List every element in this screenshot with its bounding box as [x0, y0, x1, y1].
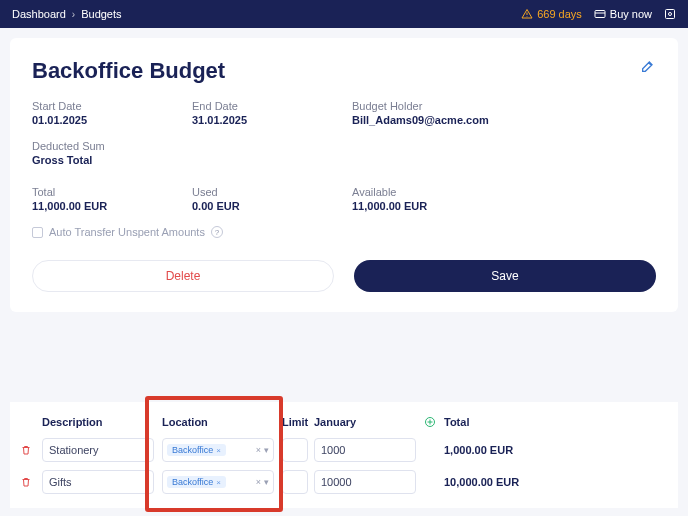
settings-icon — [664, 8, 676, 20]
col-description: Description — [42, 416, 162, 428]
auto-transfer-row: Auto Transfer Unspent Amounts ? — [32, 226, 656, 238]
breadcrumb-budgets[interactable]: Budgets — [81, 8, 121, 20]
end-date-value: 31.01.2025 — [192, 114, 352, 126]
start-date-label: Start Date — [32, 100, 192, 112]
row-total: 10,000.00 EUR — [444, 476, 668, 488]
svg-rect-0 — [595, 11, 605, 18]
clear-select-icon[interactable]: × — [256, 477, 261, 487]
total-label: Total — [32, 186, 192, 198]
start-date-value: 01.01.2025 — [32, 114, 192, 126]
delete-row-button[interactable] — [20, 476, 42, 488]
warning-icon — [521, 8, 533, 20]
location-select[interactable]: Backoffice × × ▾ — [162, 470, 274, 494]
available-value: 11,000.00 EUR — [352, 200, 656, 212]
remove-tag-icon[interactable]: × — [216, 478, 221, 487]
remove-tag-icon[interactable]: × — [216, 446, 221, 455]
trial-days: 669 days — [537, 8, 582, 20]
chevron-down-icon[interactable]: ▾ — [264, 477, 269, 487]
description-input[interactable] — [42, 470, 154, 494]
location-tag-label: Backoffice — [172, 477, 213, 487]
trial-warning[interactable]: 669 days — [521, 8, 582, 20]
chevron-right-icon: › — [72, 9, 75, 20]
month-input[interactable] — [314, 470, 416, 494]
page-title: Backoffice Budget — [32, 58, 225, 84]
description-input[interactable] — [42, 438, 154, 462]
breadcrumb: Dashboard › Budgets — [12, 8, 122, 20]
end-date-label: End Date — [192, 100, 352, 112]
auto-transfer-checkbox[interactable] — [32, 227, 43, 238]
holder-value: Bill_Adams09@acme.com — [352, 114, 656, 126]
limit-input[interactable] — [282, 438, 308, 462]
location-tag[interactable]: Backoffice × — [167, 444, 226, 456]
add-month-button[interactable] — [424, 416, 444, 428]
col-location: Location — [162, 416, 282, 428]
trash-icon — [20, 444, 32, 456]
col-limit: Limit — [282, 416, 314, 428]
table-row: Backoffice × × ▾ 1,000.00 EUR — [20, 434, 668, 466]
svg-rect-2 — [666, 10, 675, 19]
topbar-right: 669 days Buy now — [521, 8, 676, 20]
clear-select-icon[interactable]: × — [256, 445, 261, 455]
delete-row-button[interactable] — [20, 444, 42, 456]
breadcrumb-dashboard[interactable]: Dashboard — [12, 8, 66, 20]
plus-circle-icon — [424, 416, 436, 428]
available-label: Available — [352, 186, 656, 198]
buy-now-button[interactable]: Buy now — [594, 8, 652, 20]
col-month: January — [314, 416, 424, 428]
col-total: Total — [444, 416, 668, 428]
edit-icon — [640, 58, 656, 74]
budget-items-table: Description Location Limit January Total… — [10, 402, 678, 508]
budget-card: Backoffice Budget Start Date 01.01.2025 … — [10, 38, 678, 312]
chevron-down-icon[interactable]: ▾ — [264, 445, 269, 455]
holder-label: Budget Holder — [352, 100, 656, 112]
table-row: Backoffice × × ▾ 10,000.00 EUR — [20, 466, 668, 498]
used-label: Used — [192, 186, 352, 198]
edit-button[interactable] — [640, 58, 656, 74]
info-icon[interactable]: ? — [211, 226, 223, 238]
topbar: Dashboard › Budgets 669 days Buy now — [0, 0, 688, 28]
used-value: 0.00 EUR — [192, 200, 352, 212]
total-value: 11,000.00 EUR — [32, 200, 192, 212]
card-icon — [594, 8, 606, 20]
deducted-label: Deducted Sum — [32, 140, 192, 152]
save-button[interactable]: Save — [354, 260, 656, 292]
month-input[interactable] — [314, 438, 416, 462]
buy-now-label: Buy now — [610, 8, 652, 20]
location-tag-label: Backoffice — [172, 445, 213, 455]
trash-icon — [20, 476, 32, 488]
delete-button[interactable]: Delete — [32, 260, 334, 292]
settings-button[interactable] — [664, 8, 676, 20]
row-total: 1,000.00 EUR — [444, 444, 668, 456]
location-tag[interactable]: Backoffice × — [167, 476, 226, 488]
svg-point-3 — [669, 13, 672, 16]
deducted-value: Gross Total — [32, 154, 192, 166]
location-select[interactable]: Backoffice × × ▾ — [162, 438, 274, 462]
limit-input[interactable] — [282, 470, 308, 494]
auto-transfer-label: Auto Transfer Unspent Amounts — [49, 226, 205, 238]
